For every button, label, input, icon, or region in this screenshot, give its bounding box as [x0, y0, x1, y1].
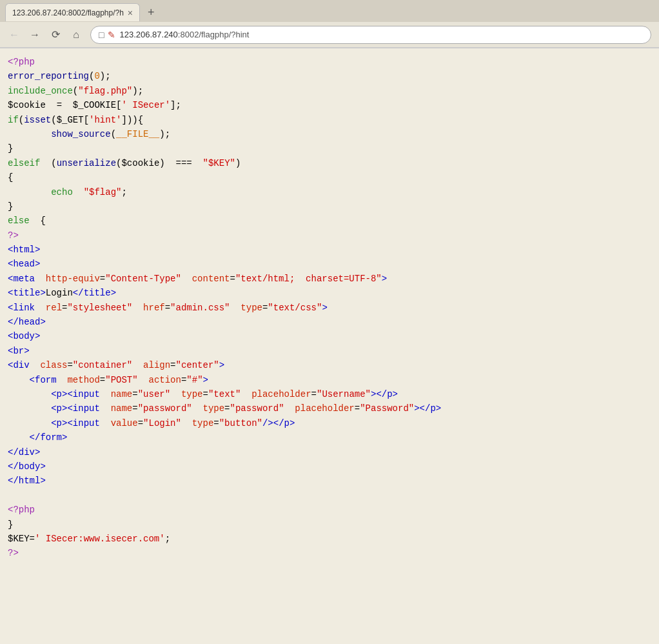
code-line-11: } — [8, 199, 651, 214]
new-tab-button[interactable]: + — [144, 5, 159, 21]
code-line-4: $cookie = $_COOKIE[' ISecer']; — [8, 98, 651, 112]
code-line-27: </form> — [8, 430, 651, 445]
tab-title: 123.206.87.240:8002/flagphp/?h — [12, 8, 124, 17]
code-line-21: <br> — [8, 344, 651, 358]
back-button[interactable]: ← — [5, 26, 23, 44]
tab-close-button[interactable]: × — [128, 8, 133, 18]
nav-bar: ← → ⟳ ⌂ □ ✎ 123.206.87.240:8002/flagphp/… — [0, 22, 659, 48]
code-line-20: <body> — [8, 329, 651, 343]
code-content: <?php error_reporting(0); include_once("… — [0, 48, 659, 644]
code-line-30: </html> — [8, 474, 651, 488]
code-line-3: include_once("flag.php"); — [8, 84, 651, 98]
address-path: :8002/flagphp/?hint — [178, 30, 250, 39]
code-line-6: show_source(__FILE__); — [8, 127, 651, 141]
edit-icon: ✎ — [108, 30, 115, 40]
code-line-2: error_reporting(0); — [8, 69, 651, 83]
code-line-29: </body> — [8, 459, 651, 474]
reload-button[interactable]: ⟳ — [46, 26, 64, 44]
code-line-32: <?php — [8, 503, 651, 517]
code-line-17: <title>Login</title> — [8, 286, 651, 300]
code-line-35: ?> — [8, 546, 651, 560]
code-line-15: <head> — [8, 257, 651, 271]
code-line-26: <p><input value="Login" type="button"/><… — [8, 416, 651, 430]
browser-chrome: 123.206.87.240:8002/flagphp/?h × + ← → ⟳… — [0, 0, 659, 48]
code-line-9: { — [8, 170, 651, 185]
home-button[interactable]: ⌂ — [67, 26, 85, 44]
code-line-22: <div class="container" align="center"> — [8, 358, 651, 372]
code-line-14: <html> — [8, 243, 651, 257]
address-text: 123.206.87.240:8002/flagphp/?hint — [119, 30, 643, 39]
forward-button[interactable]: → — [26, 26, 44, 44]
code-line-18: <link rel="stylesheet" href="admin.css" … — [8, 301, 651, 315]
address-host: 123.206.87.240 — [119, 30, 177, 39]
code-line-31 — [8, 488, 651, 503]
code-line-23: <form method="POST" action="#"> — [8, 373, 651, 387]
code-line-28: </div> — [8, 445, 651, 459]
code-line-19: </head> — [8, 315, 651, 329]
code-line-1: <?php — [8, 55, 651, 69]
code-line-8: elseif (unserialize($cookie) === "$KEY") — [8, 156, 651, 170]
code-line-25: <p><input name="password" type="password… — [8, 401, 651, 416]
code-line-13: ?> — [8, 228, 651, 243]
code-line-34: $KEY=' ISecer:www.isecer.com'; — [8, 532, 651, 546]
code-line-10: echo "$flag"; — [8, 185, 651, 199]
code-line-24: <p><input name="user" type="text" placeh… — [8, 387, 651, 401]
code-line-33: } — [8, 518, 651, 532]
code-line-7: } — [8, 141, 651, 156]
code-line-5: if(isset($_GET['hint'])){ — [8, 113, 651, 127]
shield-icon: □ — [99, 30, 104, 40]
address-bar[interactable]: □ ✎ 123.206.87.240:8002/flagphp/?hint — [90, 26, 651, 44]
tab-bar: 123.206.87.240:8002/flagphp/?h × + — [0, 0, 659, 22]
code-line-12: else { — [8, 214, 651, 228]
active-tab[interactable]: 123.206.87.240:8002/flagphp/?h × — [5, 3, 140, 21]
code-line-16: <meta http-equiv="Content-Type" content=… — [8, 272, 651, 286]
